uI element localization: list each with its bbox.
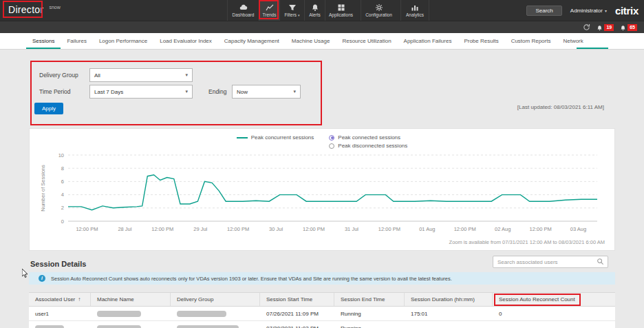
legend-peak-concurrent: Peak concurrent sessions [237, 134, 314, 141]
tab-strip-indicator [577, 48, 608, 49]
table-row[interactable]: user1 07/26/2021 11:09 PM Running 175:01… [29, 307, 615, 321]
associated-users-search[interactable] [493, 256, 608, 268]
tab-application-failures[interactable]: Application Failures [398, 33, 458, 49]
nav-item-applications[interactable]: Applications [325, 0, 356, 21]
apply-button[interactable]: Apply [34, 103, 63, 114]
column-label: Machine Name [97, 296, 134, 303]
column-header-associated-user[interactable]: Associated User ↑ [29, 293, 91, 306]
column-header-session-end-time[interactable]: Session End Time [334, 293, 405, 306]
refresh-icon[interactable] [583, 21, 590, 34]
critical-alerts-badge[interactable]: 19 [597, 21, 614, 34]
nav-item-trends[interactable]: Trends [259, 0, 279, 21]
column-header-session-duration[interactable]: Session Duration (hh:mm) [405, 293, 493, 306]
tab-capacity-management[interactable]: Capacity Management [218, 33, 286, 49]
citrix-logo: citrix [615, 5, 638, 17]
tab-failures[interactable]: Failures [61, 33, 92, 49]
column-header-session-auto-reconnect-count[interactable]: Session Auto Reconnect Count [493, 293, 615, 306]
column-label: Delivery Group [177, 296, 213, 303]
cell-session-auto-reconnect-count [493, 321, 615, 328]
time-period-value: Last 7 Days [94, 89, 123, 95]
info-banner: i Session Auto Reconnect Count shows aut… [29, 272, 615, 285]
nav-item-configuration[interactable]: Configuration [361, 0, 396, 21]
info-icon: i [39, 275, 45, 282]
column-header-delivery-group[interactable]: Delivery Group [171, 293, 260, 306]
nav-item-alerts[interactable]: Alerts [304, 0, 325, 21]
svg-text:28 Jul: 28 Jul [118, 226, 131, 232]
svg-text:12:00 PM: 12:00 PM [530, 226, 552, 232]
redacted-value [177, 325, 239, 328]
column-label: Session Start Time [266, 296, 312, 303]
tab-probe-results[interactable]: Probe Results [458, 33, 504, 49]
svg-text:10: 10 [58, 152, 64, 158]
zoom-availability-note: Zoom is available from 07/31/2021 12:00 … [449, 239, 605, 245]
legend-peak-connected[interactable]: Peak connected sessions [329, 134, 407, 141]
svg-text:2: 2 [61, 205, 64, 211]
time-period-dropdown[interactable]: Last 7 Days ▾ [89, 85, 193, 99]
table-row[interactable]: 07/28/2021 11:03 PM Running [29, 321, 615, 328]
legend-label: Peak connected sessions [338, 134, 400, 141]
line-swatch-icon [237, 137, 248, 139]
trends-tab-bar: Sessions Failures Logon Performance Load… [0, 33, 644, 50]
svg-text:30 Jul: 30 Jul [269, 226, 283, 232]
column-label: Associated User [35, 296, 75, 303]
delivery-group-dropdown[interactable]: All ▾ [89, 68, 193, 82]
ending-dropdown[interactable]: Now ▾ [232, 85, 301, 99]
cell-associated-user: user1 [29, 307, 91, 320]
nav-label: Alerts [309, 12, 321, 17]
column-label: Session End Time [341, 296, 385, 303]
tab-network[interactable]: Network [557, 33, 589, 49]
column-header-machine-name[interactable]: Machine Name [91, 293, 171, 306]
svg-text:Number of Sessions: Number of Sessions [40, 165, 46, 212]
tab-load-evaluator-index[interactable]: Load Evaluator Index [153, 33, 218, 49]
ending-label: Ending [208, 88, 226, 95]
svg-text:02 Aug: 02 Aug [495, 226, 511, 232]
user-menu[interactable]: Administrator ▾ [570, 8, 607, 14]
column-header-session-start-time[interactable]: Session Start Time [260, 293, 334, 306]
nav-label: Trends [263, 12, 277, 17]
radio-selected-icon[interactable] [329, 135, 334, 141]
nav-label: Configuration [365, 12, 392, 17]
svg-text:12:00 PM: 12:00 PM [151, 226, 173, 232]
svg-text:8: 8 [61, 165, 64, 172]
applications-icon [337, 3, 345, 12]
chevron-down-icon: ▾ [185, 89, 188, 94]
sessions-chart[interactable]: 024681012:00 PM28 Jul12:00 PM29 Jul12:00… [36, 150, 609, 239]
legend-radio-group: Peak connected sessions Peak disconnecte… [329, 134, 407, 149]
nav-item-filters[interactable]: Filters ▾ [279, 0, 304, 21]
ending-value: Now [237, 89, 248, 95]
trends-icon [266, 3, 274, 12]
tab-custom-reports[interactable]: Custom Reports [505, 33, 557, 49]
legend-peak-disconnected[interactable]: Peak disconnected sessions [329, 143, 407, 149]
alerts-icon [311, 3, 319, 12]
cell-associated-user [29, 321, 91, 328]
cell-session-start-time: 07/28/2021 11:03 PM [260, 321, 334, 328]
column-label: Session Duration (hh:mm) [411, 296, 475, 303]
nav-label: Applications [329, 12, 353, 17]
gear-icon [375, 3, 383, 12]
associated-users-search-input[interactable] [493, 259, 597, 265]
chevron-down-icon: ▾ [293, 89, 296, 94]
svg-text:12:00 PM: 12:00 PM [454, 226, 476, 232]
tab-sessions[interactable]: Sessions [26, 33, 61, 49]
nav-label: Filters [284, 12, 297, 17]
tab-machine-usage[interactable]: Machine Usage [286, 33, 336, 49]
svg-text:03 Aug: 03 Aug [570, 226, 586, 232]
top-bar-right: Search Administrator ▾ citrix [526, 0, 638, 21]
chevron-down-icon: ▾ [605, 8, 607, 13]
tab-resource-utilization[interactable]: Resource Utilization [336, 33, 397, 49]
director-app-window: Director snow Dashboard Trends [0, 0, 644, 328]
cell-delivery-group [171, 307, 260, 320]
nav-item-analytics[interactable]: Analytics [400, 0, 429, 21]
user-menu-label: Administrator [570, 8, 603, 14]
warning-alerts-badge[interactable]: 65 [620, 21, 637, 34]
time-period-label: Time Period [39, 88, 71, 95]
radio-unselected-icon[interactable] [329, 143, 334, 149]
legend-label: Peak concurrent sessions [251, 134, 314, 141]
search-button[interactable]: Search [526, 6, 561, 16]
notification-bar: 19 65 [0, 21, 644, 33]
nav-label: Dashboard [233, 12, 255, 17]
nav-item-dashboard[interactable]: Dashboard [227, 0, 259, 21]
cell-session-end-time: Running [334, 307, 405, 320]
redacted-value [97, 325, 141, 328]
tab-logon-performance[interactable]: Logon Performance [93, 33, 153, 49]
